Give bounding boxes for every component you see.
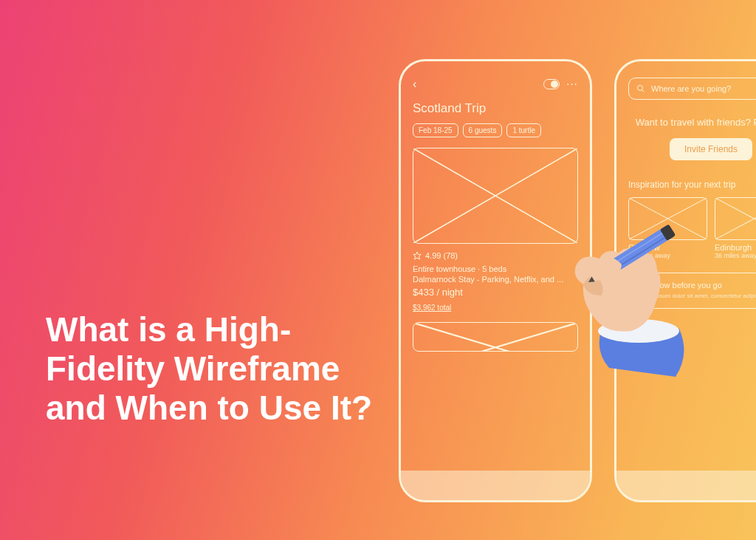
filter-chips: Feb 18-25 6 guests 1 turtle xyxy=(413,123,578,137)
svg-marker-0 xyxy=(413,252,421,259)
info-body: Lorem ipsum dolor sit amet, consectetur … xyxy=(636,293,756,300)
phone-home-bar xyxy=(616,471,756,500)
info-box: Know before you go Lorem ipsum dolor sit… xyxy=(628,273,756,308)
image-placeholder-2 xyxy=(413,322,578,352)
chip-dates[interactable]: Feb 18-25 xyxy=(413,123,458,137)
card-sub: 36 miles away xyxy=(715,252,756,259)
chip-pets[interactable]: 1 turtle xyxy=(506,123,541,137)
image-placeholder xyxy=(413,148,578,244)
search-placeholder: Where are you going? xyxy=(651,84,731,93)
card-2[interactable]: Edinburgh 36 miles away xyxy=(715,197,756,259)
rating-text: 4.99 (78) xyxy=(425,251,458,260)
phone-home-bar xyxy=(401,471,590,500)
search-input[interactable]: Where are you going? xyxy=(628,78,756,100)
trip-title: Scotland Trip xyxy=(413,101,578,116)
hero-canvas: What is a High-Fidelity Wireframe and Wh… xyxy=(0,0,756,540)
search-icon xyxy=(636,84,645,93)
chip-guests[interactable]: 6 guests xyxy=(463,123,503,137)
section-label: Inspiration for your next trip xyxy=(628,180,756,190)
info-title: Know before you go xyxy=(650,281,722,290)
card-title: Edinburgh xyxy=(715,243,756,252)
cta-text: Want to travel with friends? Perfect. xyxy=(628,116,756,129)
phone-mockups: ‹ ··· Scotland Trip Feb 18-25 6 guests 1… xyxy=(399,59,756,502)
phone-frame-2: Where are you going? Want to travel with… xyxy=(614,59,756,502)
info-icon xyxy=(636,281,645,290)
card-sub: 24 miles away xyxy=(628,252,707,259)
card-1[interactable]: Glasgow 24 miles away xyxy=(628,197,707,259)
svg-point-1 xyxy=(638,86,643,91)
listing-name: Dalmarnock Stay - Parking, Netflix, and … xyxy=(413,275,578,284)
star-icon xyxy=(413,251,422,260)
hero-headline: What is a High-Fidelity Wireframe and Wh… xyxy=(46,310,385,428)
invite-button[interactable]: Invite Friends xyxy=(670,138,752,160)
price: $433 / night xyxy=(413,287,578,298)
total-price[interactable]: $3,962 total xyxy=(413,304,578,312)
rating-row: 4.99 (78) xyxy=(413,251,578,260)
more-icon[interactable]: ··· xyxy=(567,80,578,89)
svg-line-2 xyxy=(642,90,645,92)
card-title: Glasgow xyxy=(628,243,707,252)
listing-type: Entire townhouse · 5 beds xyxy=(413,264,578,273)
phone-frame-1: ‹ ··· Scotland Trip Feb 18-25 6 guests 1… xyxy=(399,59,592,502)
back-icon[interactable]: ‹ xyxy=(413,78,416,91)
inspiration-cards: Glasgow 24 miles away Edinburgh 36 miles… xyxy=(628,197,756,259)
cta-block: Want to travel with friends? Perfect. In… xyxy=(628,116,756,160)
avatar-icon[interactable] xyxy=(543,79,560,89)
topbar: ‹ ··· xyxy=(413,78,578,91)
